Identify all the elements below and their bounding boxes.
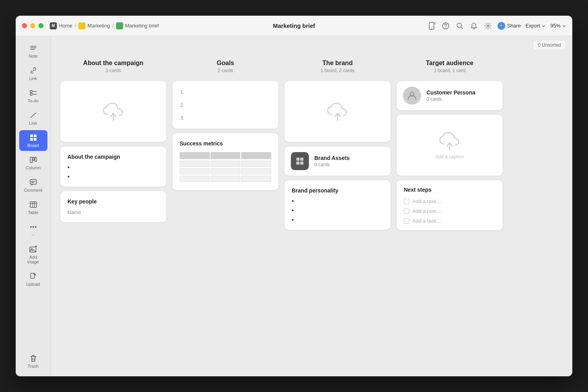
sidebar-item-label: Column <box>26 165 41 170</box>
zoom-label: 95% <box>550 23 561 29</box>
task-label-1: Add a task… <box>412 198 441 204</box>
sidebar-item-line[interactable]: Line <box>19 108 47 129</box>
metrics-header-cell <box>180 152 210 159</box>
sidebar-item-label: To-do <box>28 98 39 103</box>
svg-rect-21 <box>30 180 36 184</box>
goals-list-item: 2. <box>180 102 270 108</box>
bullet-item <box>67 174 159 180</box>
column-header-brand: The brand 1 board, 2 cards <box>285 55 390 76</box>
metrics-cell <box>180 176 210 182</box>
task-item-2: Add a task… <box>404 208 495 214</box>
persona-info: Customer Persona 0 cards <box>426 89 475 102</box>
mobile-icon[interactable]: 0 <box>427 21 436 31</box>
brand-personality-card: Brand personality <box>285 180 390 230</box>
key-people-card: Key people Name <box>60 191 166 222</box>
goals-list-item: 1. <box>180 89 270 95</box>
column-subtitle-goals: 2 cards <box>172 68 278 73</box>
content-area[interactable]: 0 Unsorted About the campaign 3 cards <box>51 36 572 376</box>
export-label: Export <box>525 23 540 29</box>
breadcrumb-home[interactable]: M Home <box>50 22 73 29</box>
goals-list-card: 1. 2. 3. <box>172 81 278 129</box>
svg-rect-16 <box>30 138 33 141</box>
sidebar-item-label: Note <box>29 54 38 58</box>
sidebar-item-board[interactable]: Board <box>19 130 47 151</box>
addimage-icon <box>29 245 37 254</box>
sidebar-item-comment[interactable]: Comment <box>19 175 47 196</box>
column-title-audience: Target audience <box>397 60 503 67</box>
main-layout: Note Link <box>16 36 572 376</box>
help-icon[interactable] <box>441 21 450 31</box>
unsorted-badge[interactable]: 0 Unsorted <box>533 40 566 50</box>
sidebar-item-note[interactable]: Note <box>19 41 47 62</box>
minimize-button[interactable] <box>30 23 35 28</box>
share-button[interactable]: + Share <box>497 22 521 30</box>
next-steps-title: Next steps <box>404 187 495 193</box>
upload-card-brand[interactable] <box>285 81 390 142</box>
breadcrumb-marketing-label: Marketing <box>87 23 110 29</box>
img-upload-card[interactable]: Add a caption <box>397 115 503 176</box>
link-icon <box>30 66 37 75</box>
svg-point-32 <box>31 248 33 250</box>
sidebar-item-addimage[interactable]: Add image <box>19 242 47 267</box>
sidebar-item-more[interactable]: ··· <box>19 220 47 240</box>
svg-rect-14 <box>30 134 33 137</box>
breadcrumb-brief[interactable]: Marketing brief <box>116 22 159 29</box>
page-title: Marketing brief <box>273 22 315 29</box>
next-steps-card: Next steps Add a task… Add a task… <box>397 180 503 230</box>
upload-card-campaign[interactable] <box>60 81 166 142</box>
task-checkbox-2[interactable] <box>404 209 409 214</box>
sidebar-item-label: Trash <box>28 364 39 368</box>
sidebar-item-label: Table <box>28 210 38 215</box>
notifications-icon[interactable] <box>469 21 479 31</box>
settings-icon[interactable] <box>483 21 493 31</box>
upload-icon <box>30 272 36 281</box>
sidebar-item-label: ··· <box>31 232 35 237</box>
app-window: M Home / Marketing / Marketing brief Mar… <box>16 16 572 376</box>
column-header-audience: Target audience 1 board, 1 card <box>397 55 503 76</box>
column-subtitle-audience: 1 board, 1 card <box>397 68 503 73</box>
persona-count: 0 cards <box>426 96 475 102</box>
comment-icon <box>30 178 37 187</box>
todo-icon <box>30 89 37 97</box>
column-the-brand: The brand 1 board, 2 cards <box>285 55 390 230</box>
sidebar-item-label: Add image <box>23 255 44 264</box>
svg-rect-18 <box>30 157 32 163</box>
brand-assets-title: Brand Assets <box>314 155 350 161</box>
note-icon <box>30 44 37 53</box>
persona-title: Customer Persona <box>426 89 475 96</box>
close-button[interactable] <box>22 23 27 28</box>
about-campaign-card-title: About the campaign <box>67 154 159 160</box>
goals-numbered-list: 1. 2. 3. <box>180 89 270 121</box>
breadcrumb-brief-label: Marketing brief <box>125 23 159 29</box>
svg-rect-19 <box>33 157 34 160</box>
sidebar-item-table[interactable]: Table <box>19 197 47 218</box>
svg-point-4 <box>457 23 461 27</box>
search-icon[interactable] <box>455 21 465 31</box>
column-subtitle-brand: 1 board, 2 cards <box>285 68 390 73</box>
zoom-button[interactable]: 95% <box>550 23 566 29</box>
sidebar-item-todo[interactable]: To-do <box>19 85 47 106</box>
brief-icon <box>116 22 123 29</box>
maximize-button[interactable] <box>38 23 44 28</box>
title-bar: M Home / Marketing / Marketing brief Mar… <box>16 16 572 36</box>
sidebar-item-upload[interactable]: Upload <box>19 269 47 290</box>
sidebar-item-column[interactable]: Column <box>19 152 47 173</box>
sidebar-item-link[interactable]: Link <box>19 63 47 84</box>
export-button[interactable]: Export <box>525 23 546 29</box>
sidebar-item-trash[interactable]: Trash <box>19 351 47 372</box>
metrics-cell <box>211 176 241 182</box>
metrics-cell <box>211 161 241 167</box>
about-campaign-text-card: About the campaign <box>60 147 166 187</box>
column-header-about: About the campaign 3 cards <box>60 55 166 76</box>
breadcrumb-marketing[interactable]: Marketing <box>78 22 110 29</box>
task-label-2: Add a task… <box>412 208 441 214</box>
task-item-3: Add a task… <box>404 218 495 224</box>
task-checkbox-3[interactable] <box>404 218 409 224</box>
svg-line-13 <box>31 113 36 118</box>
task-checkbox-1[interactable] <box>404 199 409 204</box>
svg-point-3 <box>445 27 446 28</box>
bullet-item <box>292 198 383 204</box>
sidebar-item-label: Line <box>29 121 37 125</box>
brand-assets-info: Brand Assets 0 cards <box>314 155 350 167</box>
bullet-item <box>292 208 383 213</box>
